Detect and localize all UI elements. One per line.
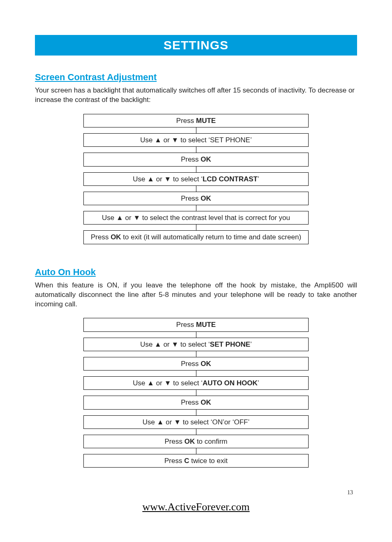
flow-step: Press OK bbox=[83, 192, 309, 205]
flow-connector bbox=[83, 167, 309, 172]
step-text-post: ’ bbox=[258, 175, 259, 183]
flow-step: Press OK bbox=[83, 153, 309, 166]
step-text-post: ’ bbox=[258, 379, 259, 387]
step-text-pre: Use ▲ or ▼ to select ‘ bbox=[133, 379, 203, 387]
step-text-bold: OK bbox=[184, 438, 195, 445]
flow-connector bbox=[83, 390, 309, 396]
step-text-pre: Use ▲ or ▼ to select ‘ON’or ‘OFF’ bbox=[143, 418, 249, 426]
step-text-bold: OK bbox=[201, 155, 211, 163]
flow-step: Use ▲ or ▼ to select ‘LCD CONTRAST’ bbox=[83, 172, 309, 186]
connector-line bbox=[196, 332, 196, 338]
step-text-pre: Use ▲ or ▼ to select ‘ bbox=[140, 340, 210, 348]
connector-line bbox=[196, 225, 196, 230]
flow-step: Use ▲ or ▼ to select ‘ON’or ‘OFF’ bbox=[83, 415, 309, 429]
step-text-pre: Press bbox=[176, 321, 196, 329]
document-page: SETTINGS Screen Contrast AdjustmentYour … bbox=[0, 0, 392, 542]
step-text-bold: OK bbox=[201, 360, 211, 368]
step-text-bold: OK bbox=[201, 195, 211, 202]
connector-line bbox=[196, 371, 196, 376]
step-text-pre: Use ▲ or ▼ to select ‘ bbox=[133, 175, 203, 183]
page-title-banner: SETTINGS bbox=[35, 35, 357, 56]
flow-step: Use ▲ or ▼ to select ‘SET PHONE’ bbox=[83, 338, 309, 351]
flow-chart: Press MUTEUse ▲ or ▼ to select ‘SET PHON… bbox=[83, 114, 309, 244]
flow-connector bbox=[83, 448, 309, 454]
page-number: 13 bbox=[347, 489, 353, 496]
step-text-bold: C bbox=[184, 457, 189, 465]
connector-line bbox=[196, 390, 196, 396]
step-text-post: twice to exit bbox=[189, 457, 228, 465]
connector-line bbox=[196, 167, 196, 172]
step-text-bold: SET PHONE bbox=[210, 340, 250, 348]
flow-step: Press MUTE bbox=[83, 318, 309, 331]
section-heading: Screen Contrast Adjustment bbox=[35, 72, 357, 83]
connector-line bbox=[196, 186, 196, 192]
step-text-pre: Use ▲ or ▼ to select the contrast level … bbox=[102, 214, 290, 222]
footer-link[interactable]: www.ActiveForever.com bbox=[142, 501, 249, 513]
flow-step: Use ▲ or ▼ to select ‘AUTO ON HOOK’ bbox=[83, 376, 309, 390]
connector-line bbox=[196, 205, 196, 211]
flow-step: Press OK bbox=[83, 396, 309, 409]
flow-step: Use ▲ or ▼ to select the contrast level … bbox=[83, 211, 309, 225]
connector-line bbox=[196, 448, 196, 454]
section-paragraph: When this feature is ON, if you leave th… bbox=[35, 281, 357, 309]
step-text-bold: OK bbox=[201, 398, 211, 406]
flow-connector bbox=[83, 351, 309, 357]
step-text-post: ’ bbox=[250, 340, 252, 348]
connector-line bbox=[196, 147, 196, 153]
flow-connector bbox=[83, 127, 309, 133]
section-heading: Auto On Hook bbox=[35, 267, 357, 278]
step-text-post: to conﬁrm bbox=[195, 438, 227, 445]
step-text-pre: Use ▲ or ▼ to select ‘SET PHONE’ bbox=[140, 136, 251, 144]
step-text-pre: Press bbox=[181, 360, 201, 368]
flow-connector bbox=[83, 332, 309, 338]
flow-step: Press MUTE bbox=[83, 114, 309, 127]
flow-connector bbox=[83, 371, 309, 376]
flow-step: Press OK to conﬁrm bbox=[83, 435, 309, 448]
connector-line bbox=[196, 127, 196, 133]
step-text-pre: Press bbox=[176, 117, 196, 125]
section-paragraph: Your screen has a backlight that automat… bbox=[35, 86, 357, 105]
connector-line bbox=[196, 410, 196, 415]
step-text-pre: Press bbox=[164, 438, 184, 445]
flow-step: Press C twice to exit bbox=[83, 454, 309, 468]
flow-connector bbox=[83, 186, 309, 192]
step-text-pre: Press bbox=[181, 155, 201, 163]
flow-step: Press OK to exit (it will automatically … bbox=[83, 230, 309, 244]
step-text-pre: Press bbox=[91, 233, 111, 241]
step-text-post: to exit (it will automatically return to… bbox=[121, 233, 301, 241]
step-text-pre: Press bbox=[181, 195, 201, 202]
step-text-bold: MUTE bbox=[196, 117, 216, 125]
step-text-bold: AUTO ON HOOK bbox=[203, 379, 258, 387]
flow-connector bbox=[83, 410, 309, 415]
flow-connector bbox=[83, 205, 309, 211]
flow-connector bbox=[83, 429, 309, 435]
flow-chart: Press MUTEUse ▲ or ▼ to select ‘SET PHON… bbox=[83, 318, 309, 468]
connector-line bbox=[196, 351, 196, 357]
flow-connector bbox=[83, 225, 309, 230]
step-text-pre: Press bbox=[164, 457, 184, 465]
footer: www.ActiveForever.com bbox=[0, 501, 392, 513]
connector-line bbox=[196, 429, 196, 435]
flow-step: Use ▲ or ▼ to select ‘SET PHONE’ bbox=[83, 133, 309, 147]
step-text-pre: Press bbox=[181, 398, 201, 406]
flow-step: Press OK bbox=[83, 357, 309, 371]
step-text-bold: LCD CONTRAST bbox=[203, 175, 258, 183]
step-text-bold: OK bbox=[111, 233, 121, 241]
flow-connector bbox=[83, 147, 309, 153]
step-text-bold: MUTE bbox=[196, 321, 216, 329]
